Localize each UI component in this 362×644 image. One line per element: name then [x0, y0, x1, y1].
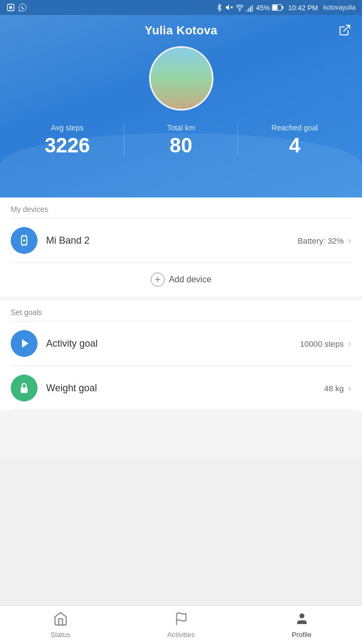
stat-reached-goal: Reached goal 4 [238, 123, 351, 156]
profile-icon [295, 611, 309, 628]
header-top: Yulia Kotova [11, 24, 351, 38]
mi-band-icon-bg [11, 227, 38, 254]
profile-header: Yulia Kotova [0, 15, 362, 197]
device-battery: Battery: 32% [298, 236, 344, 245]
stat-total-km: Total km 80 [124, 123, 238, 156]
goals-divider-bot [11, 410, 351, 411]
nav-profile[interactable]: Profile [241, 607, 362, 643]
svg-point-37 [23, 239, 25, 241]
weight-goal-item[interactable]: Weight goal 48 kg › [0, 366, 362, 410]
add-device-button[interactable]: + Add device [0, 263, 362, 296]
svg-point-42 [299, 613, 304, 618]
activity-goal-name: Activity goal [46, 338, 300, 349]
avg-steps-value: 3226 [45, 135, 90, 156]
svg-rect-8 [248, 8, 250, 12]
status-bar-right-area: 45% 10:42 PM kotovayulia [216, 3, 356, 12]
status-time: 10:42 PM [288, 4, 318, 12]
svg-rect-12 [273, 5, 278, 10]
svg-rect-13 [282, 6, 284, 9]
svg-point-40 [24, 389, 25, 391]
profile-name: Yulia Kotova [145, 24, 218, 38]
svg-line-14 [344, 25, 350, 31]
stats-row: Avg steps 3226 Total km 80 Reached goal … [11, 123, 351, 156]
device-name: Mi Band 2 [46, 235, 298, 246]
activities-icon [174, 611, 188, 628]
avg-steps-label: Avg steps [51, 123, 84, 132]
goals-section: Set goals Activity goal 10000 steps › [0, 301, 362, 411]
svg-marker-38 [22, 339, 28, 348]
add-circle-icon: + [151, 273, 165, 287]
status-bar: 45% 10:42 PM kotovayulia [0, 0, 362, 15]
devices-section: My devices Mi Band 2 Battery: 32% › [0, 197, 362, 296]
nav-activities-label: Activities [167, 631, 195, 639]
weight-goal-detail: 48 kg [324, 384, 344, 393]
weight-goal-chevron-icon: › [348, 383, 351, 394]
main-content: My devices Mi Band 2 Battery: 32% › [0, 197, 362, 458]
devices-section-title: My devices [0, 197, 362, 218]
nav-activities[interactable]: Activities [121, 607, 241, 643]
device-chevron-icon: › [348, 235, 351, 246]
status-bar-icons [6, 3, 27, 12]
reached-goal-value: 4 [289, 135, 300, 156]
reached-goal-label: Reached goal [271, 123, 317, 132]
battery-text: 45% [256, 4, 270, 12]
stat-avg-steps: Avg steps 3226 [11, 123, 124, 156]
weight-goal-name: Weight goal [46, 383, 324, 394]
edit-profile-button[interactable] [338, 24, 351, 40]
weight-goal-icon-bg [11, 375, 38, 401]
activity-goal-detail: 10000 steps [300, 339, 344, 348]
activity-goal-icon-bg [11, 330, 38, 357]
total-km-label: Total km [167, 123, 195, 132]
avatar [149, 46, 213, 111]
svg-rect-7 [246, 10, 248, 12]
nav-status-label: Status [50, 631, 70, 639]
goals-section-title: Set goals [0, 301, 362, 321]
add-device-label: Add device [169, 275, 211, 284]
total-km-value: 80 [169, 135, 192, 156]
svg-point-1 [9, 6, 12, 9]
home-icon [53, 611, 68, 628]
device-mi-band-2[interactable]: Mi Band 2 Battery: 32% › [0, 218, 362, 262]
nav-status[interactable]: Status [0, 607, 121, 643]
svg-rect-9 [250, 6, 252, 12]
activity-goal-chevron-icon: › [348, 338, 351, 349]
status-username: kotovayulia [323, 4, 356, 11]
activity-goal-item[interactable]: Activity goal 10000 steps › [0, 321, 362, 365]
svg-rect-10 [252, 5, 254, 12]
nav-profile-label: Profile [292, 631, 312, 639]
svg-point-6 [240, 10, 240, 11]
bottom-navigation: Status Activities Profile [0, 605, 362, 644]
